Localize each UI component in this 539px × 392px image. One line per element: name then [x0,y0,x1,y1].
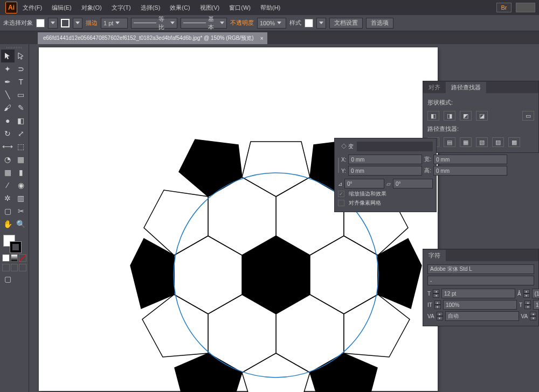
selection-tool[interactable] [1,50,15,62]
fill-dropdown[interactable] [48,18,58,29]
arrange-documents[interactable] [516,3,535,12]
merge-icon[interactable]: ▦ [460,137,472,147]
tracking-stepper[interactable]: ▴▾ [530,312,536,320]
exclude-icon[interactable]: ◪ [476,111,488,121]
align-tab[interactable]: 对齐 [423,82,446,93]
graph-tool[interactable]: ▥ [15,192,28,205]
pathfinder-tab[interactable]: 路径查找器 [446,82,486,93]
transform-tab[interactable]: ◇ 变 [338,142,357,151]
lasso-tool[interactable]: ⊃ [15,62,28,75]
paintbrush-tool[interactable]: 🖌 [1,101,15,114]
fill-swatch[interactable] [36,19,45,27]
close-icon[interactable]: × [260,36,264,41]
minus-back-icon[interactable]: ▩ [508,137,520,147]
menu-edit[interactable]: 编辑(E) [47,2,76,14]
eraser-tool[interactable]: ◧ [15,114,28,127]
document-setup-button[interactable]: 文档设置 [329,18,363,29]
stroke-dash[interactable]: 等比 [131,18,177,29]
font-family-field[interactable] [427,264,534,274]
angle-field[interactable] [344,179,384,188]
menu-type[interactable]: 文字(T) [107,2,135,14]
rectangle-tool[interactable]: ▭ [15,88,28,101]
color-mode-gradient[interactable] [11,254,18,262]
pencil-tool[interactable]: ✎ [15,101,28,114]
pen-tool[interactable]: ✒ [1,75,15,88]
blob-brush-tool[interactable]: ● [1,114,15,127]
scale-tool[interactable]: ⤢ [15,127,28,140]
stroke-dropdown[interactable] [73,18,82,29]
trim-icon[interactable]: ▤ [444,137,455,147]
vscale-stepper[interactable]: ▴▾ [434,300,441,309]
draw-normal[interactable] [2,264,10,271]
perspective-tool[interactable]: ▦ [15,153,28,166]
workspace-switcher[interactable]: Br [496,3,512,12]
menu-object[interactable]: 对象(O) [77,2,106,14]
hscale-stepper[interactable]: ▴▾ [524,300,531,309]
width-tool[interactable]: ⟷ [1,140,15,153]
leading-field[interactable] [532,289,539,298]
character-tab[interactable]: 字符 [423,250,446,261]
shape-builder-tool[interactable]: ◔ [1,153,15,166]
menu-view[interactable]: 视图(V) [196,2,224,14]
w-field[interactable] [433,155,507,164]
menu-select[interactable]: 选择(S) [136,2,165,14]
y-field[interactable] [348,166,422,176]
kerning-field[interactable] [445,311,519,321]
hscale-field[interactable] [533,300,539,310]
direct-selection-tool[interactable] [15,50,28,62]
slice-tool[interactable]: ✂ [15,205,28,218]
magic-wand-tool[interactable]: ✦ [1,62,15,75]
size-stepper[interactable]: ▴▾ [433,289,439,298]
panel-grip[interactable] [1,45,27,50]
crop-icon[interactable]: ▧ [476,137,488,147]
color-mode-none[interactable] [19,254,26,262]
menu-file[interactable]: 文件(F) [18,2,46,14]
unite-icon[interactable]: ◧ [427,111,439,121]
type-tool[interactable]: T [15,75,28,88]
draw-behind[interactable] [11,264,18,271]
line-tool[interactable]: ╲ [1,88,15,101]
eyedropper-tool[interactable]: ⁄ [1,179,15,192]
vscale-field[interactable] [443,300,517,310]
draw-inside[interactable] [19,264,26,271]
artboard-tool[interactable]: ▢ [1,205,15,218]
outline-icon[interactable]: ▨ [492,137,504,147]
scale-stroke-check[interactable] [338,191,344,197]
stroke-profile[interactable]: 基本 [181,18,227,29]
kerning-stepper[interactable]: ▴▾ [437,312,443,320]
x-field[interactable] [348,155,422,164]
align-pixel-check[interactable] [338,200,344,206]
menu-window[interactable]: 窗口(W) [225,2,255,14]
intersect-icon[interactable]: ◩ [460,111,472,121]
stroke-color[interactable] [10,241,22,253]
menu-effect[interactable]: 效果(C) [165,2,194,14]
zoom-tool[interactable]: 🔍 [15,218,28,230]
gradient-tool[interactable]: ▮ [15,166,28,179]
h-field[interactable] [433,166,507,176]
expand-button[interactable]: ▭ [522,111,534,121]
document-tab[interactable]: e66fd1441d12e0566470857602ef6152_t0182a3… [38,32,267,44]
leading-stepper[interactable]: ▴▾ [523,289,530,298]
minus-front-icon[interactable]: ◨ [444,111,455,121]
shear-field[interactable] [393,179,433,188]
stroke-weight[interactable]: 1 pt [101,18,128,29]
mesh-tool[interactable]: ▦ [1,166,15,179]
color-mode-solid[interactable] [2,254,10,262]
style-swatch[interactable] [305,19,313,27]
color-swatches[interactable] [1,234,27,253]
reference-point[interactable] [338,158,339,173]
opacity-label[interactable]: 不透明度 [230,19,254,27]
preferences-button[interactable]: 首选项 [366,18,393,29]
hand-tool[interactable]: ✋ [1,218,15,230]
free-transform-tool[interactable]: ⬚ [15,140,28,153]
stroke-swatch[interactable] [61,19,70,27]
opacity-value[interactable]: 100% [257,18,286,29]
menu-help[interactable]: 帮助(H) [256,2,285,14]
symbol-sprayer-tool[interactable]: ✲ [1,192,15,205]
screen-mode[interactable]: ▢ [1,272,15,285]
rotate-tool[interactable]: ↻ [1,127,15,140]
font-style-field[interactable] [427,276,534,285]
stroke-label[interactable]: 描边 [86,19,98,27]
style-dropdown[interactable] [316,18,326,29]
font-size-field[interactable] [441,289,515,298]
